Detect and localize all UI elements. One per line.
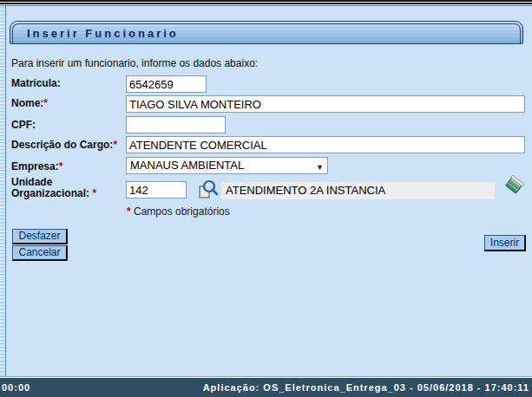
frame-line (0, 5, 532, 6)
cpf-input[interactable] (126, 116, 226, 133)
cancelar-button[interactable]: Cancelar (12, 245, 68, 261)
cpf-label: CPF: (11, 120, 36, 131)
window-top-frame (0, 0, 532, 6)
cargo-label: Descrição do Cargo:* (11, 140, 117, 151)
form-header-bar: Inserir Funcionario (10, 21, 523, 44)
unidade-code-input[interactable] (126, 181, 187, 198)
status-bar: 00:00 Aplicação: OS_Eletronica_Entrega_0… (0, 378, 532, 397)
page-title: Inserir Funcionario (27, 27, 179, 40)
empresa-selected-option: MANAUS AMBIENTAL (130, 159, 244, 172)
chevron-down-icon[interactable]: ▼ (316, 160, 324, 175)
unidade-label: Unidade Organizacional: * (11, 177, 117, 199)
inserir-button[interactable]: Inserir (484, 235, 526, 251)
cargo-input[interactable] (126, 136, 525, 153)
form-intro-text: Para inserir um funcionario, informe os … (11, 57, 258, 69)
required-fields-note: * Campos obrigatórios (127, 205, 230, 218)
matricula-label: Matrícula: (11, 78, 61, 89)
nome-input[interactable] (126, 95, 525, 113)
eraser-icon[interactable] (503, 175, 524, 198)
matricula-input[interactable] (126, 75, 207, 93)
session-timer: 00:00 (2, 382, 30, 393)
unidade-description-field: ATENDIMENTO 2A INSTANCIA (221, 182, 495, 199)
application-info: Aplicação: OS_Eletronica_Entrega_03 - 05… (203, 382, 529, 393)
desfazer-button[interactable]: Desfazer (12, 229, 68, 244)
empresa-select[interactable]: MANAUS AMBIENTAL ▼ (126, 157, 328, 174)
left-splitter-strip (0, 6, 6, 378)
magnifier-icon[interactable] (199, 179, 219, 199)
nome-label: Nome:* (11, 98, 48, 109)
empresa-label: Empresa:* (11, 161, 62, 172)
